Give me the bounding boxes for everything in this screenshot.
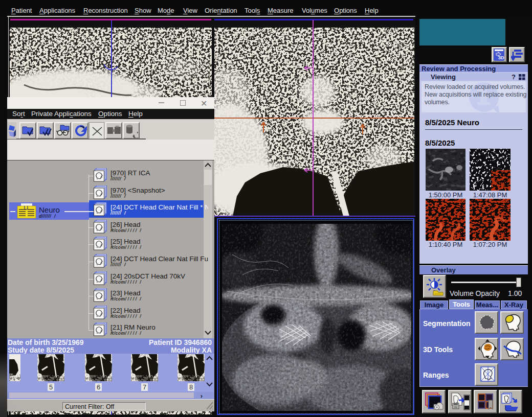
svg-text:3D: 3D — [498, 55, 504, 60]
